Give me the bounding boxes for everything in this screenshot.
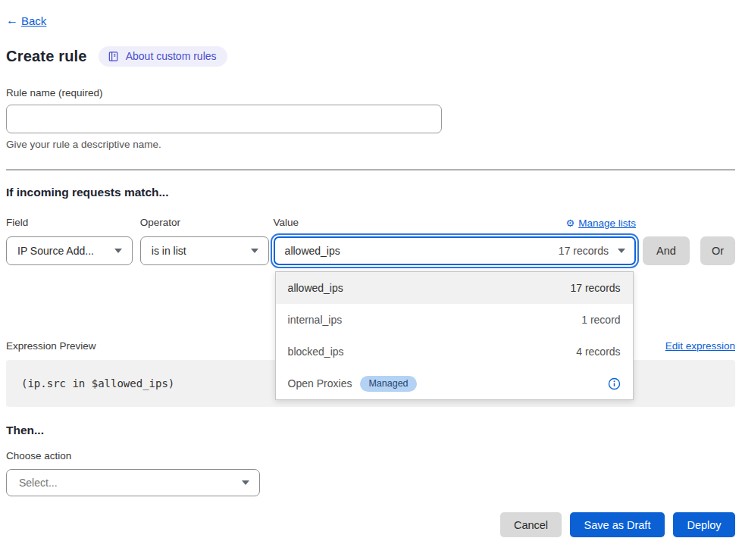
- list-option-internal-ips[interactable]: internal_ips 1 record: [276, 304, 633, 336]
- operator-select[interactable]: is in list: [140, 236, 269, 265]
- edit-expression-link[interactable]: Edit expression: [665, 340, 735, 352]
- match-section-heading: If incoming requests match...: [6, 186, 735, 199]
- list-option-records: 17 records: [570, 282, 620, 294]
- or-button[interactable]: Or: [700, 236, 735, 265]
- list-option-left: Open Proxies Managed: [288, 376, 417, 392]
- back-arrow-icon: ←: [6, 14, 18, 27]
- save-as-draft-button[interactable]: Save as Draft: [570, 512, 665, 537]
- and-button[interactable]: And: [643, 236, 690, 265]
- about-custom-rules-label: About custom rules: [126, 50, 217, 62]
- back-link[interactable]: ←Back: [6, 14, 46, 27]
- book-icon: [108, 51, 119, 62]
- operator-label: Operator: [140, 217, 269, 230]
- value-combobox[interactable]: allowed_ips 17 records: [274, 236, 636, 265]
- managed-badge: Managed: [360, 376, 416, 392]
- operator-column: Operator is in list: [140, 217, 269, 265]
- manage-lists-label: Manage lists: [578, 217, 636, 229]
- expression-preview-label: Expression Preview: [6, 340, 96, 352]
- value-combobox-right: 17 records: [559, 245, 625, 257]
- deploy-button[interactable]: Deploy: [673, 512, 735, 537]
- chevron-down-icon: [618, 249, 625, 253]
- cancel-button[interactable]: Cancel: [500, 512, 562, 537]
- field-select-value: IP Source Add...: [17, 245, 94, 257]
- action-select-placeholder: Select...: [19, 477, 58, 489]
- back-link-label: Back: [21, 14, 46, 27]
- list-option-name: blocked_ips: [288, 346, 344, 358]
- chevron-down-icon: [242, 480, 249, 485]
- value-label-row: Value ⚙ Manage lists: [274, 217, 636, 230]
- then-section-heading: Then...: [6, 424, 735, 437]
- field-column: Field IP Source Add...: [6, 217, 133, 265]
- create-rule-page: ←Back Create rule About custom rules Rul…: [0, 0, 742, 560]
- section-divider: [6, 169, 735, 171]
- list-option-open-proxies[interactable]: Open Proxies Managed: [276, 368, 633, 399]
- match-controls-row: Field IP Source Add... Operator is in li…: [6, 217, 735, 265]
- about-custom-rules-link[interactable]: About custom rules: [99, 46, 227, 67]
- list-option-name: Open Proxies: [288, 377, 352, 389]
- rule-name-label: Rule name (required): [6, 87, 735, 99]
- field-select[interactable]: IP Source Add...: [6, 236, 133, 265]
- rule-name-helper: Give your rule a descriptive name.: [6, 139, 735, 150]
- list-option-records: 4 records: [576, 346, 620, 358]
- list-option-records: 1 record: [581, 314, 620, 326]
- operator-select-value: is in list: [152, 245, 186, 257]
- manage-lists-link[interactable]: ⚙ Manage lists: [566, 217, 636, 229]
- chevron-down-icon: [114, 249, 122, 253]
- value-selected: allowed_ips: [285, 245, 340, 257]
- list-option-allowed-ips[interactable]: allowed_ips 17 records: [276, 272, 633, 304]
- expression-code: (ip.src in $allowed_ips): [21, 377, 174, 389]
- value-combobox-wrap: allowed_ips 17 records allowed_ips 17 re…: [274, 236, 636, 265]
- value-label: Value: [274, 217, 299, 230]
- list-option-name: allowed_ips: [288, 282, 343, 294]
- list-dropdown-panel: allowed_ips 17 records internal_ips 1 re…: [275, 271, 634, 400]
- andor-buttons: And Or: [643, 217, 735, 265]
- footer-actions: Cancel Save as Draft Deploy: [6, 512, 735, 537]
- value-column: Value ⚙ Manage lists allowed_ips 17 reco…: [274, 217, 636, 265]
- gear-icon: ⚙: [566, 217, 575, 229]
- header: Create rule About custom rules: [6, 46, 735, 67]
- back-row: ←Back: [6, 0, 735, 27]
- choose-action-label: Choose action: [6, 450, 735, 461]
- list-option-name: internal_ips: [288, 314, 343, 326]
- info-icon[interactable]: [608, 377, 621, 390]
- action-select[interactable]: Select...: [6, 469, 260, 496]
- chevron-down-icon: [251, 249, 258, 253]
- page-title: Create rule: [6, 48, 87, 65]
- list-option-blocked-ips[interactable]: blocked_ips 4 records: [276, 336, 633, 368]
- rule-name-input[interactable]: [6, 105, 442, 133]
- value-records-count: 17 records: [559, 245, 609, 257]
- field-label: Field: [6, 217, 133, 230]
